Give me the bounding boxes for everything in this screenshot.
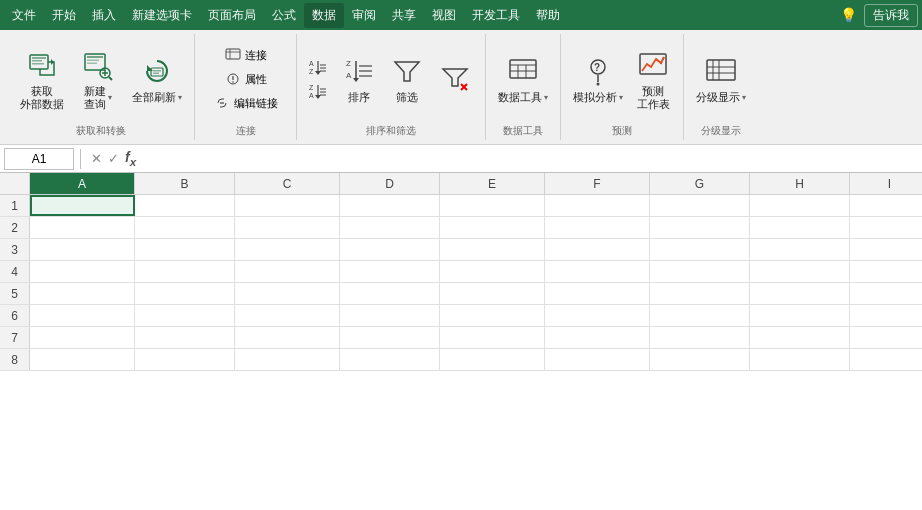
cell-h7[interactable] xyxy=(750,327,850,348)
menu-file[interactable]: 文件 xyxy=(4,3,44,28)
col-header-a[interactable]: A xyxy=(30,173,135,194)
connections-button[interactable]: 连接 xyxy=(203,44,288,66)
cell-d3[interactable] xyxy=(340,239,440,260)
cell-e7[interactable] xyxy=(440,327,545,348)
data-tools-button[interactable]: 数据工具 ▾ xyxy=(494,44,552,114)
cell-i4[interactable] xyxy=(850,261,922,282)
cell-f1[interactable] xyxy=(545,195,650,216)
cell-h2[interactable] xyxy=(750,217,850,238)
cell-g6[interactable] xyxy=(650,305,750,326)
col-header-b[interactable]: B xyxy=(135,173,235,194)
get-external-data-button[interactable]: 获取外部数据 xyxy=(16,44,68,114)
properties-button[interactable]: 属性 xyxy=(203,68,288,90)
cell-h6[interactable] xyxy=(750,305,850,326)
cell-a6[interactable] xyxy=(30,305,135,326)
forecast-sheet-button[interactable]: 预测工作表 xyxy=(631,44,675,114)
cell-c2[interactable] xyxy=(235,217,340,238)
menu-data[interactable]: 数据 xyxy=(304,3,344,28)
cell-g5[interactable] xyxy=(650,283,750,304)
row-header-3[interactable]: 3 xyxy=(0,239,30,260)
menu-help[interactable]: 帮助 xyxy=(528,3,568,28)
cell-e1[interactable] xyxy=(440,195,545,216)
cell-c3[interactable] xyxy=(235,239,340,260)
sort-za-button[interactable]: Z A xyxy=(305,80,333,102)
col-header-c[interactable]: C xyxy=(235,173,340,194)
cell-g7[interactable] xyxy=(650,327,750,348)
cell-g1[interactable] xyxy=(650,195,750,216)
cell-b1[interactable] xyxy=(135,195,235,216)
menu-formula[interactable]: 公式 xyxy=(264,3,304,28)
row-header-5[interactable]: 5 xyxy=(0,283,30,304)
cell-g2[interactable] xyxy=(650,217,750,238)
cell-h5[interactable] xyxy=(750,283,850,304)
col-header-f[interactable]: F xyxy=(545,173,650,194)
row-header-8[interactable]: 8 xyxy=(0,349,30,370)
cell-i1[interactable] xyxy=(850,195,922,216)
cell-h4[interactable] xyxy=(750,261,850,282)
cell-h1[interactable] xyxy=(750,195,850,216)
cell-d5[interactable] xyxy=(340,283,440,304)
menu-devtools[interactable]: 开发工具 xyxy=(464,3,528,28)
cell-f5[interactable] xyxy=(545,283,650,304)
cell-d1[interactable] xyxy=(340,195,440,216)
cell-c4[interactable] xyxy=(235,261,340,282)
cell-a4[interactable] xyxy=(30,261,135,282)
cell-c8[interactable] xyxy=(235,349,340,370)
row-header-7[interactable]: 7 xyxy=(0,327,30,348)
cell-f6[interactable] xyxy=(545,305,650,326)
cell-d2[interactable] xyxy=(340,217,440,238)
what-if-button[interactable]: ? 模拟分析 ▾ xyxy=(569,44,627,114)
cell-b2[interactable] xyxy=(135,217,235,238)
menu-share[interactable]: 共享 xyxy=(384,3,424,28)
col-header-e[interactable]: E xyxy=(440,173,545,194)
cell-i3[interactable] xyxy=(850,239,922,260)
cell-c1[interactable] xyxy=(235,195,340,216)
cell-h8[interactable] xyxy=(750,349,850,370)
confirm-formula-icon[interactable]: ✓ xyxy=(108,151,119,166)
cell-i7[interactable] xyxy=(850,327,922,348)
cell-c6[interactable] xyxy=(235,305,340,326)
col-header-i[interactable]: I xyxy=(850,173,922,194)
cell-b6[interactable] xyxy=(135,305,235,326)
filter-button[interactable]: 筛选 xyxy=(385,44,429,114)
cell-a8[interactable] xyxy=(30,349,135,370)
cell-b4[interactable] xyxy=(135,261,235,282)
insert-function-icon[interactable]: fx xyxy=(125,149,136,168)
cell-d7[interactable] xyxy=(340,327,440,348)
cell-i8[interactable] xyxy=(850,349,922,370)
cell-c7[interactable] xyxy=(235,327,340,348)
menu-view[interactable]: 视图 xyxy=(424,3,464,28)
lightbulb-icon[interactable]: 💡 xyxy=(836,3,860,27)
outline-button[interactable]: 分级显示 ▾ xyxy=(692,44,750,114)
menu-review[interactable]: 审阅 xyxy=(344,3,384,28)
cell-a3[interactable] xyxy=(30,239,135,260)
cell-g8[interactable] xyxy=(650,349,750,370)
cell-d6[interactable] xyxy=(340,305,440,326)
cell-b5[interactable] xyxy=(135,283,235,304)
cell-d8[interactable] xyxy=(340,349,440,370)
cell-h3[interactable] xyxy=(750,239,850,260)
cell-a1[interactable] xyxy=(30,195,135,216)
cell-a7[interactable] xyxy=(30,327,135,348)
cell-g3[interactable] xyxy=(650,239,750,260)
cell-i2[interactable] xyxy=(850,217,922,238)
cell-c5[interactable] xyxy=(235,283,340,304)
cancel-formula-icon[interactable]: ✕ xyxy=(91,151,102,166)
row-header-6[interactable]: 6 xyxy=(0,305,30,326)
cell-b8[interactable] xyxy=(135,349,235,370)
cell-f8[interactable] xyxy=(545,349,650,370)
menu-insert[interactable]: 插入 xyxy=(84,3,124,28)
menu-newtab[interactable]: 新建选项卡 xyxy=(124,3,200,28)
cell-f4[interactable] xyxy=(545,261,650,282)
formula-input[interactable] xyxy=(144,150,918,168)
cell-e6[interactable] xyxy=(440,305,545,326)
cell-e3[interactable] xyxy=(440,239,545,260)
refresh-all-button[interactable]: 全部刷新 ▾ xyxy=(128,44,186,114)
cell-b3[interactable] xyxy=(135,239,235,260)
sort-az-button[interactable]: A Z xyxy=(305,56,333,78)
menu-home[interactable]: 开始 xyxy=(44,3,84,28)
cell-reference-input[interactable] xyxy=(4,148,74,170)
cell-b7[interactable] xyxy=(135,327,235,348)
cell-e8[interactable] xyxy=(440,349,545,370)
cell-e2[interactable] xyxy=(440,217,545,238)
